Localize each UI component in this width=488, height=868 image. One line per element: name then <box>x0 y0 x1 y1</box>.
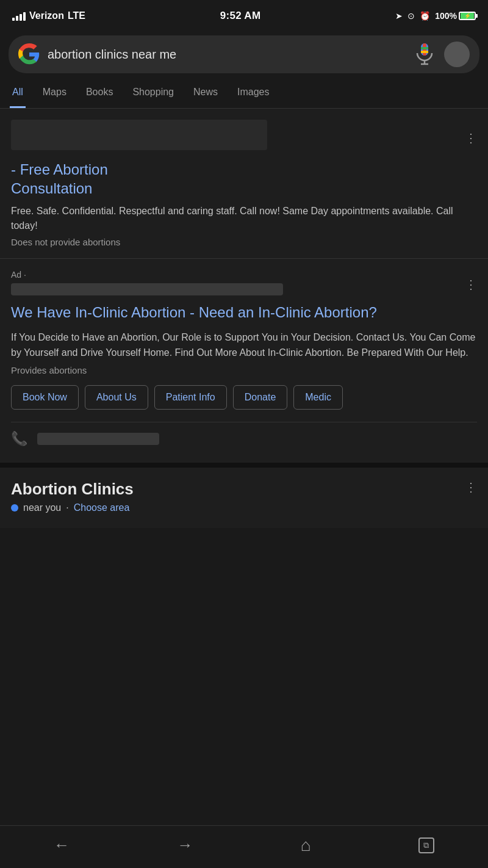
ad1-title: - Free Abortion Consultation <box>11 160 477 198</box>
network-type: LTE <box>68 10 85 21</box>
status-bar: Verizon LTE 9:52 AM ➤ ⊙ ⏰ 100% ⚡ <box>0 0 488 31</box>
ad2-url-blurred <box>11 283 283 295</box>
ad1-options-button[interactable]: ⋮ <box>465 131 477 145</box>
about-us-button[interactable]: About Us <box>85 385 148 410</box>
local-options-button[interactable]: ⋮ <box>465 480 477 494</box>
tab-all[interactable]: All <box>10 78 26 108</box>
home-icon: ⌂ <box>301 836 311 855</box>
ad1-title-suffix: - Free Abortion <box>11 161 108 178</box>
tab-images[interactable]: Images <box>235 78 271 108</box>
local-results-section: Abortion Clinics near you · Choose area … <box>0 468 488 528</box>
ad-card-2: Ad · ⋮ We Have In-Clinic Abortion - Need… <box>0 259 488 468</box>
tab-books[interactable]: Books <box>84 78 115 108</box>
choose-area-link[interactable]: Choose area <box>74 502 130 513</box>
ad1-disclaimer: Does not provide abortions <box>11 237 477 247</box>
phone-number-blurred <box>37 433 159 445</box>
bottom-navigation: ← → ⌂ ⧉ <box>0 825 488 868</box>
location-dot-icon <box>11 504 18 512</box>
user-avatar[interactable] <box>444 42 470 67</box>
back-button[interactable]: ← <box>41 833 82 857</box>
google-logo <box>18 43 40 65</box>
ad1-description: Free. Safe. Confidential. Respectful and… <box>11 204 477 233</box>
ad2-description: If You Decide to Have an Abortion, Our R… <box>11 330 477 361</box>
forward-button[interactable]: → <box>165 833 205 857</box>
patient-info-button[interactable]: Patient Info <box>154 385 227 410</box>
phone-icon: 📞 <box>11 431 27 447</box>
microphone-icon[interactable] <box>412 42 437 67</box>
ad1-title-main[interactable]: Consultation <box>11 180 92 197</box>
medic-button[interactable]: Medic <box>293 385 343 410</box>
tab-maps[interactable]: Maps <box>40 78 69 108</box>
local-results-title: Abortion Clinics <box>11 480 134 499</box>
book-now-button[interactable]: Book Now <box>11 385 79 410</box>
battery-percent: 100% <box>435 11 457 21</box>
ad2-title[interactable]: We Have In-Clinic Abortion - Need an In-… <box>11 303 477 322</box>
ad2-label: Ad · <box>11 270 465 280</box>
battery-icon: ⚡ <box>459 12 476 20</box>
search-tab-bar: All Maps Books Shopping News Images <box>0 78 488 109</box>
separator: · <box>66 502 68 513</box>
status-carrier: Verizon LTE <box>12 10 85 21</box>
near-you-label: near you <box>23 502 61 513</box>
clock-icon: ⊙ <box>407 11 415 21</box>
donate-button[interactable]: Donate <box>233 385 288 410</box>
alarm-icon: ⏰ <box>420 11 430 21</box>
ad2-action-buttons: Book Now About Us Patient Info Donate Me… <box>11 385 477 412</box>
ad2-options-button[interactable]: ⋮ <box>465 277 477 292</box>
battery-indicator: 100% ⚡ <box>435 11 476 21</box>
svg-rect-4 <box>421 47 428 49</box>
signal-icon <box>12 11 26 21</box>
search-input[interactable]: abortion clinics near me <box>48 48 405 62</box>
carrier-label: Verizon <box>29 10 64 21</box>
tabs-icon: ⧉ <box>418 837 434 853</box>
search-bar[interactable]: abortion clinics near me <box>9 35 479 73</box>
tab-shopping[interactable]: Shopping <box>130 78 176 108</box>
location-icon: ➤ <box>395 11 403 21</box>
status-time: 9:52 AM <box>220 10 261 22</box>
ad2-disclaimer: Provides abortions <box>11 365 477 375</box>
tabs-button[interactable]: ⧉ <box>406 835 447 856</box>
svg-rect-5 <box>421 51 428 53</box>
tab-news[interactable]: News <box>191 78 220 108</box>
ad-card-1: ⋮ - Free Abortion Consultation Free. Saf… <box>0 109 488 259</box>
home-button[interactable]: ⌂ <box>289 833 323 858</box>
phone-row: 📞 <box>11 422 477 452</box>
status-indicators: ➤ ⊙ ⏰ 100% ⚡ <box>395 11 476 21</box>
